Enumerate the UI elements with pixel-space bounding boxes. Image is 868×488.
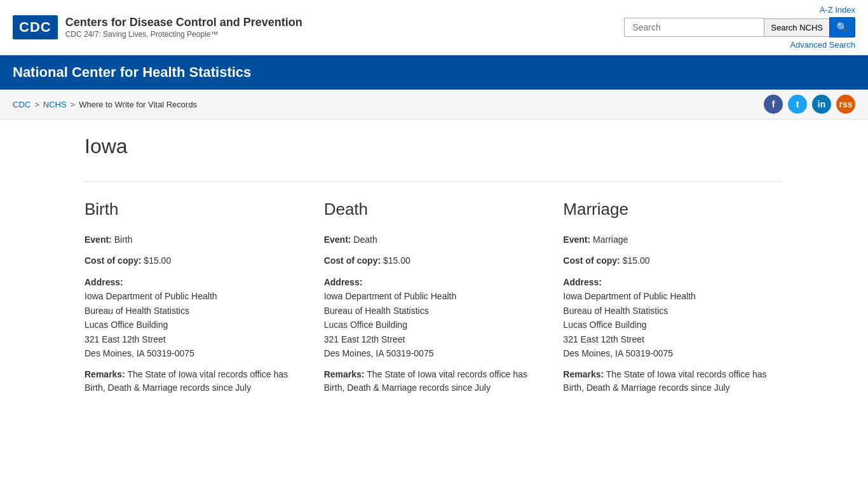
death-remarks-label: Remarks: [324, 369, 365, 379]
birth-event-label: Event: [85, 234, 112, 245]
nav-banner: National Center for Health Statistics [0, 55, 868, 90]
search-submit-button[interactable]: 🔍 [829, 17, 855, 37]
death-remarks-block: Remarks: The State of Iowa vital records… [324, 368, 545, 395]
marriage-column: Marriage Event: Marriage Cost of copy: $… [563, 200, 783, 395]
social-icons: f t in rss [764, 95, 855, 114]
breadcrumb-sep-2: > [71, 100, 76, 109]
birth-cost-val: $15.00 [144, 255, 171, 266]
cdc-title: Centers for Disease Control and Preventi… [65, 15, 302, 40]
search-nchs-button[interactable]: Search NCHS [764, 18, 829, 37]
birth-event-row: Event: Birth [85, 233, 305, 247]
title-divider [85, 181, 783, 182]
death-address-block: Address: Iowa Department of Public Healt… [324, 275, 545, 360]
death-column: Death Event: Death Cost of copy: $15.00 … [324, 200, 564, 395]
az-index-link[interactable]: A-Z Index [820, 5, 855, 15]
marriage-event-val: Marriage [593, 234, 628, 245]
death-event-label: Event: [324, 234, 351, 245]
death-addr-4: Des Moines, IA 50319-0075 [324, 348, 434, 358]
marriage-event-row: Event: Marriage [563, 233, 783, 247]
marriage-addr-2: Lucas Office Building [563, 320, 646, 330]
death-addr-1: Bureau of Health Statistics [324, 306, 429, 316]
birth-column: Birth Event: Birth Cost of copy: $15.00 … [85, 200, 324, 395]
death-cost-val: $15.00 [383, 255, 410, 266]
death-event-row: Event: Death [324, 233, 545, 247]
marriage-cost-label: Cost of copy: [563, 255, 620, 266]
birth-cost-label: Cost of copy: [85, 255, 141, 266]
rss-icon[interactable]: rss [836, 95, 855, 114]
birth-addr-0: Iowa Department of Public Health [85, 291, 217, 301]
death-addr-2: Lucas Office Building [324, 320, 407, 330]
birth-title: Birth [85, 200, 305, 222]
death-cost-label: Cost of copy: [324, 255, 381, 266]
death-event-val: Death [353, 234, 377, 245]
breadcrumb-bar: CDC > NCHS > Where to Write for Vital Re… [0, 90, 868, 119]
birth-addr-1: Bureau of Health Statistics [85, 306, 189, 316]
cdc-logo: CDC [13, 15, 58, 39]
birth-addr-2: Lucas Office Building [85, 320, 168, 330]
marriage-title: Marriage [563, 200, 783, 222]
birth-remarks-block: Remarks: The State of Iowa vital records… [85, 368, 305, 395]
death-addr-0: Iowa Department of Public Health [324, 291, 457, 301]
breadcrumb-nchs[interactable]: NCHS [43, 100, 67, 109]
marriage-address-block: Address: Iowa Department of Public Healt… [563, 275, 783, 360]
org-tagline: CDC 24/7: Saving Lives, Protecting Peopl… [65, 30, 302, 40]
death-address-label: Address: [324, 277, 363, 287]
breadcrumb: CDC > NCHS > Where to Write for Vital Re… [13, 100, 197, 109]
top-right: A-Z Index Search NCHS 🔍 Advanced Search [624, 5, 855, 50]
breadcrumb-current: Where to Write for Vital Records [79, 100, 197, 109]
columns: Birth Event: Birth Cost of copy: $15.00 … [85, 200, 783, 395]
marriage-cost-val: $15.00 [623, 255, 650, 266]
birth-remarks-label: Remarks: [85, 369, 125, 379]
org-name: Centers for Disease Control and Preventi… [65, 15, 302, 30]
marriage-addr-1: Bureau of Health Statistics [563, 306, 668, 316]
main-content: Iowa Birth Event: Birth Cost of copy: $1… [72, 119, 796, 420]
death-cost-row: Cost of copy: $15.00 [324, 254, 545, 268]
marriage-cost-row: Cost of copy: $15.00 [563, 254, 783, 268]
birth-address-label: Address: [85, 277, 123, 287]
search-area: Search NCHS 🔍 [624, 17, 855, 37]
birth-event-val: Birth [114, 234, 133, 245]
death-addr-3: 321 East 12th Street [324, 334, 405, 344]
search-input[interactable] [624, 18, 764, 37]
marriage-event-label: Event: [563, 234, 590, 245]
marriage-address-label: Address: [563, 277, 602, 287]
death-title: Death [324, 200, 545, 222]
marriage-remarks-label: Remarks: [563, 369, 604, 379]
breadcrumb-sep-1: > [34, 100, 39, 109]
logo-area: CDC Centers for Disease Control and Prev… [13, 15, 302, 40]
birth-address-block: Address: Iowa Department of Public Healt… [85, 275, 305, 360]
breadcrumb-cdc[interactable]: CDC [13, 100, 31, 109]
twitter-icon[interactable]: t [788, 95, 807, 114]
page-title: Iowa [85, 135, 783, 163]
birth-addr-4: Des Moines, IA 50319-0075 [85, 348, 194, 358]
marriage-addr-4: Des Moines, IA 50319-0075 [563, 348, 673, 358]
banner-title: National Center for Health Statistics [13, 64, 855, 81]
linkedin-icon[interactable]: in [812, 95, 831, 114]
advanced-search-link[interactable]: Advanced Search [790, 40, 855, 50]
birth-addr-3: 321 East 12th Street [85, 334, 166, 344]
top-bar: CDC Centers for Disease Control and Prev… [0, 0, 868, 55]
marriage-addr-3: 321 East 12th Street [563, 334, 644, 344]
marriage-addr-0: Iowa Department of Public Health [563, 291, 696, 301]
birth-cost-row: Cost of copy: $15.00 [85, 254, 305, 268]
marriage-remarks-block: Remarks: The State of Iowa vital records… [563, 368, 783, 395]
facebook-icon[interactable]: f [764, 95, 783, 114]
